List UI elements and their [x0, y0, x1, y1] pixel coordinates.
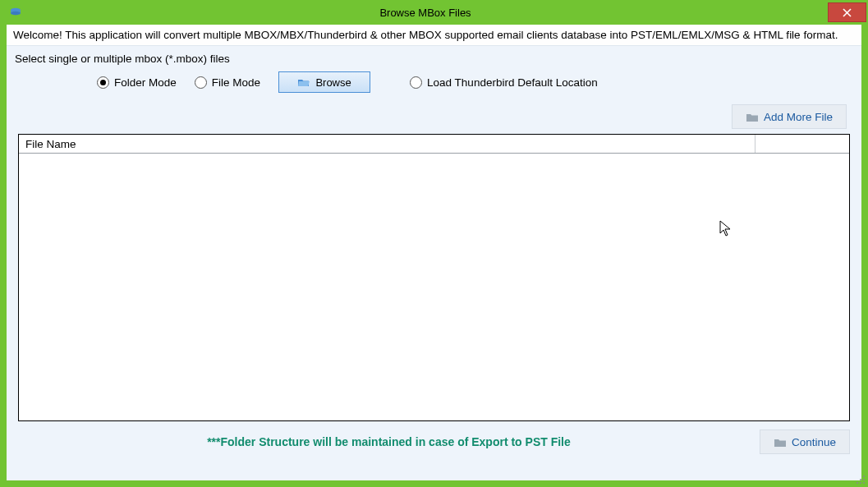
radio-thunderbird[interactable]: Load Thunderbird Default Location [410, 76, 598, 89]
svg-point-6 [863, 479, 865, 480]
close-icon [843, 8, 852, 17]
svg-point-5 [860, 479, 861, 480]
radio-file-mode[interactable]: File Mode [195, 76, 260, 89]
footer-note: ***Folder Structure will be maintained i… [18, 435, 760, 448]
app-icon [8, 5, 23, 20]
column-file-name[interactable]: File Name [19, 135, 755, 153]
radio-folder-label: Folder Mode [114, 76, 177, 89]
folder-open-icon [297, 77, 310, 87]
content-area: Welcome! This application will convert m… [7, 25, 861, 480]
radio-icon [97, 76, 109, 89]
resize-grip-icon[interactable] [855, 474, 866, 485]
svg-point-4 [863, 476, 865, 477]
svg-point-9 [863, 482, 865, 484]
file-table[interactable]: File Name [18, 134, 850, 421]
add-more-label: Add More File [764, 111, 833, 123]
radio-icon [195, 76, 207, 89]
welcome-text: Welcome! This application will convert m… [7, 25, 861, 46]
folder-icon [774, 437, 787, 447]
window-title: Browse MBox Files [23, 7, 828, 19]
continue-label: Continue [792, 436, 836, 448]
radio-thunderbird-label: Load Thunderbird Default Location [427, 76, 598, 89]
footer-row: ***Folder Structure will be maintained i… [18, 430, 850, 454]
close-button[interactable] [828, 2, 866, 22]
table-header: File Name [19, 135, 849, 154]
radio-icon [410, 76, 422, 89]
add-more-row: Add More File [7, 94, 861, 134]
radio-folder-mode[interactable]: Folder Mode [97, 76, 177, 89]
add-more-file-button[interactable]: Add More File [732, 104, 847, 129]
select-section: Select single or multiple mbox (*.mbox) … [7, 46, 861, 94]
select-label: Select single or multiple mbox (*.mbox) … [15, 53, 853, 65]
title-bar: Browse MBox Files [0, 0, 868, 25]
browse-label: Browse [315, 76, 351, 89]
browse-button[interactable]: Browse [278, 71, 370, 93]
continue-button[interactable]: Continue [760, 430, 850, 454]
svg-point-7 [857, 482, 858, 484]
svg-point-8 [860, 482, 861, 484]
mode-row: Folder Mode File Mode Browse [15, 70, 853, 94]
radio-file-label: File Mode [212, 76, 260, 89]
svg-point-1 [11, 11, 21, 15]
dialog-window: Browse MBox Files Welcome! This applicat… [0, 0, 868, 487]
folder-icon [746, 112, 759, 122]
